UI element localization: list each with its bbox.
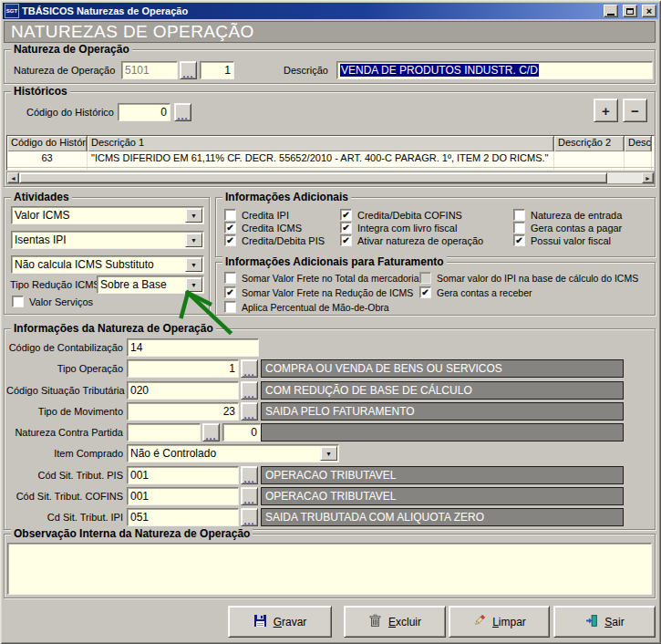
input-field[interactable]: 020	[127, 381, 239, 400]
input-field[interactable]: 23	[127, 402, 239, 421]
faturamento-0-2-checkbox[interactable]	[224, 301, 236, 313]
natureza-numero-field[interactable]: 1	[200, 61, 234, 79]
ellipsis-icon: ...	[182, 70, 193, 78]
atividade-ipi-dropdown[interactable]: Isentas IPI ▼	[11, 231, 204, 249]
grid-column-header[interactable]: Código do Histórico	[7, 136, 88, 151]
grid-horizontal-scrollbar[interactable]: ◄ ►	[6, 171, 655, 184]
grid-cell-codigo: 63	[7, 151, 88, 167]
sair-button[interactable]: Sair	[553, 606, 656, 638]
input-field[interactable]: 001	[127, 466, 239, 484]
input-field[interactable]: 051	[127, 508, 239, 526]
scroll-left-icon[interactable]: ◄	[7, 172, 19, 183]
extra-field[interactable]: 0	[222, 423, 261, 441]
historico-lookup-button[interactable]: ...	[174, 103, 191, 121]
codigo-historico-value: 0	[160, 106, 167, 119]
lookup-button[interactable]: ...	[241, 359, 258, 378]
adicionais-2-2-checkbox[interactable]: ✔	[513, 234, 525, 246]
group-historicos: Históricos Código do Histórico 0 ... + −…	[4, 91, 656, 187]
check-icon: ✔	[226, 223, 233, 233]
floppy-icon	[253, 614, 267, 630]
faturamento-0-1-checkbox[interactable]: ✔	[224, 286, 236, 298]
lookup-button[interactable]: ...	[241, 508, 258, 526]
adicionais-2-1-label: Gera contas a pagar	[531, 223, 622, 234]
adicionais-1-0-checkbox[interactable]: ✔	[340, 209, 352, 221]
close-button[interactable]: ×	[642, 5, 656, 17]
adicionais-2-2-label: Possui valor fiscal	[531, 235, 611, 246]
minimize-button[interactable]	[604, 5, 618, 17]
button-label: Limpar	[492, 616, 526, 628]
ellipsis-icon: ...	[243, 496, 254, 504]
ellipsis-icon: ...	[243, 475, 254, 483]
adicionais-0-2-checkbox[interactable]: ✔	[224, 234, 236, 246]
adicionais-0-1-label: Credita ICMS	[242, 223, 302, 234]
close-icon: ×	[646, 6, 652, 16]
adicionais-1-1-checkbox[interactable]: ✔	[340, 222, 352, 234]
grid-column-header[interactable]: Descriç	[625, 136, 652, 151]
chevron-down-icon[interactable]: ▼	[185, 257, 202, 272]
faturamento-0-0-checkbox[interactable]	[224, 272, 236, 284]
input-field[interactable]: 1	[127, 359, 239, 378]
adicionais-0-1-checkbox[interactable]: ✔	[224, 222, 236, 234]
field-value: 0	[251, 426, 257, 439]
button-label: Excluir	[388, 616, 421, 628]
valor-servicos-checkbox[interactable]	[12, 296, 24, 307]
lookup-button[interactable]: ...	[241, 487, 258, 505]
input-field[interactable]: 14	[127, 338, 259, 357]
application-window: SGT TBÁSICOS Naturezas de Operação × NAT…	[0, 0, 661, 644]
observacao-textarea[interactable]	[7, 543, 652, 595]
grid-column-header[interactable]: Descrição 2	[554, 136, 625, 151]
field-label: Tipo de Movimento	[6, 406, 123, 417]
descricao-field[interactable]: VENDA DE PRODUTOS INDUSTR. C/D	[336, 61, 653, 79]
scrollbar-thumb[interactable]	[19, 172, 607, 183]
input-field[interactable]: 001	[127, 487, 239, 505]
lookup-button[interactable]: ...	[241, 402, 258, 421]
adicionais-0-0-label: Credita IPI	[242, 210, 289, 221]
dropdown-value: Não calcula ICMS Substituto	[12, 256, 184, 273]
field-value: 001	[130, 469, 149, 482]
field-value: 1	[229, 362, 235, 375]
adicionais-2-1-checkbox[interactable]	[513, 222, 525, 234]
faturamento-1-0-checkbox[interactable]	[419, 272, 431, 284]
chevron-down-icon[interactable]: ▼	[185, 233, 202, 247]
table-row[interactable]: 63"ICMS DIFERIDO EM 61,11% CF. DECR. 556…	[7, 151, 654, 168]
chevron-down-icon[interactable]: ▼	[185, 277, 202, 292]
chevron-down-icon[interactable]: ▼	[185, 208, 202, 223]
faturamento-1-1-label: Gera contas a receber	[437, 287, 532, 298]
adicionais-1-2-checkbox[interactable]: ✔	[340, 234, 352, 246]
faturamento-0-2-label: Aplica Percentual de Mão-de-Obra	[242, 302, 389, 313]
gravar-button[interactable]: Gravar	[228, 606, 332, 638]
maximize-button[interactable]	[623, 5, 637, 17]
chevron-down-icon[interactable]: ▼	[320, 446, 337, 461]
atividade-icms-substituto-dropdown[interactable]: Não calcula ICMS Substituto ▼	[11, 255, 204, 274]
adicionais-2-0-checkbox[interactable]	[513, 209, 525, 221]
tipo-reducao-dropdown[interactable]: Sobre a Base ▼	[97, 275, 204, 294]
limpar-button[interactable]: Limpar	[449, 606, 550, 638]
natureza-lookup-button[interactable]: ...	[180, 61, 197, 79]
button-label: Sair	[604, 616, 624, 628]
faturamento-1-1-checkbox[interactable]: ✔	[419, 286, 431, 298]
grid-header: Código do HistóricoDescrição 1Descrição …	[7, 136, 654, 151]
app-icon: SGT	[5, 4, 19, 18]
group-legend: Informações da Natureza de Operação	[11, 322, 216, 335]
item-comprado-dropdown[interactable]: Não é Controlado▼	[127, 444, 339, 462]
scroll-right-icon[interactable]: ►	[642, 172, 654, 183]
group-legend: Históricos	[11, 85, 70, 98]
lookup-button[interactable]: ...	[241, 381, 258, 400]
check-icon: ✔	[226, 288, 233, 297]
faturamento-1-0-label: Somar valor do IPI na base de cálculo do…	[437, 273, 638, 284]
lookup-button[interactable]: ...	[202, 423, 220, 441]
adicionais-0-0-checkbox[interactable]	[224, 209, 236, 221]
check-icon: ✔	[515, 236, 522, 245]
excluir-button[interactable]: Excluir	[344, 606, 446, 638]
descricao-label: Descrição	[284, 65, 328, 76]
lookup-button[interactable]: ...	[241, 466, 258, 484]
add-historico-button[interactable]: +	[594, 99, 618, 122]
grid-column-header[interactable]: Descrição 1	[88, 136, 554, 151]
atividade-icms-dropdown[interactable]: Valor ICMS ▼	[11, 206, 204, 224]
field-value: 14	[130, 341, 142, 354]
remove-historico-button[interactable]: −	[623, 99, 647, 122]
codigo-historico-field[interactable]: 0	[118, 103, 170, 121]
input-field[interactable]	[127, 423, 201, 441]
titlebar[interactable]: SGT TBÁSICOS Naturezas de Operação ×	[3, 3, 658, 19]
natureza-codigo-field[interactable]: 5101	[121, 61, 178, 79]
